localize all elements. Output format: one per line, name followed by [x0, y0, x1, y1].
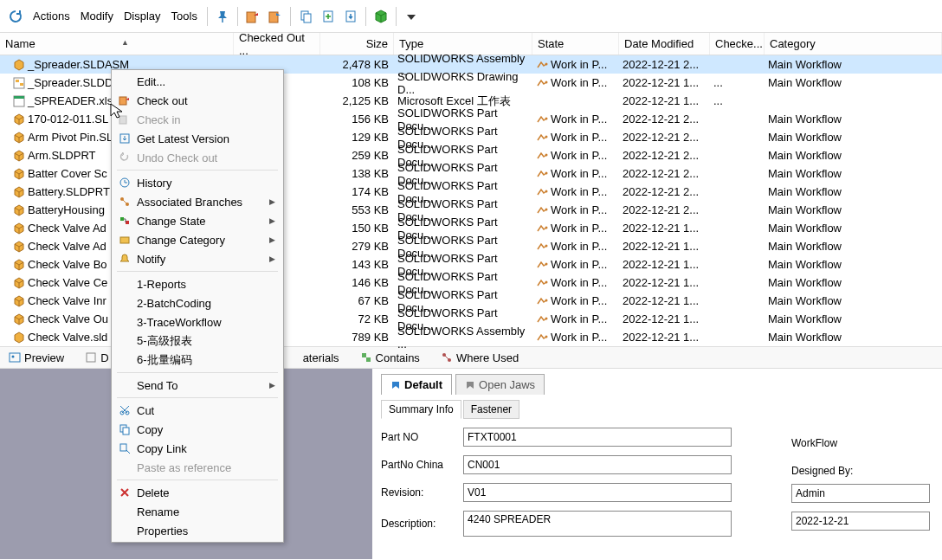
file-size: 156 KB: [320, 113, 394, 126]
file-category: Main Workflow: [765, 240, 942, 253]
file-size: 138 KB: [320, 167, 394, 180]
menu-check-out[interactable]: Check out: [112, 91, 283, 110]
pin-icon[interactable]: [212, 6, 233, 27]
col-header-checked-out[interactable]: Checked Out ...: [234, 33, 320, 55]
menu-history[interactable]: History: [112, 173, 283, 192]
menu-cut[interactable]: Cut: [112, 401, 283, 420]
refresh-icon[interactable]: [5, 6, 26, 27]
file-date: 2022-12-21 1...: [619, 76, 710, 89]
file-category: Main Workflow: [765, 113, 942, 126]
menu-copy[interactable]: Copy: [112, 420, 283, 439]
label-part-no-china: PartNo China: [381, 459, 463, 471]
input-designed-by[interactable]: [791, 484, 930, 503]
menu-associated-branches[interactable]: Associated Branches▶: [112, 192, 283, 211]
menu-get-latest[interactable]: Get Latest Version: [112, 129, 283, 148]
svg-point-27: [12, 356, 15, 358]
input-part-no-china[interactable]: [463, 455, 732, 474]
menu-copy-link[interactable]: Copy Link: [112, 439, 283, 458]
svg-rect-9: [20, 83, 23, 86]
menu-batch-coding[interactable]: 2-BatchCoding: [112, 293, 283, 312]
new-doc-icon[interactable]: [318, 6, 339, 27]
input-workflow-date[interactable]: [791, 512, 930, 531]
input-description[interactable]: 4240 SPREADER: [463, 511, 732, 537]
file-icon: [12, 167, 26, 181]
file-category: Main Workflow: [765, 167, 942, 180]
check-in-icon[interactable]: [265, 6, 286, 27]
menu-adv-reports[interactable]: 5-高级报表: [112, 331, 283, 351]
menu-change-state[interactable]: Change State▶: [112, 211, 283, 230]
menu-delete[interactable]: Delete: [112, 483, 283, 502]
file-type: SOLIDWORKS Assembly ...: [394, 325, 532, 351]
toolbar: ActionsModifyDisplayTools: [0, 0, 942, 33]
menu-check-in: Check in: [112, 110, 283, 129]
tab-where-used[interactable]: Where Used: [437, 350, 522, 366]
col-header-category[interactable]: Category: [765, 33, 942, 55]
svg-rect-34: [119, 116, 126, 124]
file-icon: [12, 58, 26, 72]
svg-rect-40: [126, 221, 129, 224]
file-state: Work in P...: [551, 258, 607, 271]
menu-tools[interactable]: Tools: [166, 10, 203, 23]
svg-point-13: [545, 117, 548, 119]
notify-icon: [115, 253, 134, 265]
file-name: _Spreader.SLDD: [28, 76, 113, 89]
file-state: Work in P...: [551, 240, 607, 253]
svg-point-23: [545, 299, 548, 301]
menu-trace-workflow[interactable]: 3-TraceWorkflow: [112, 312, 283, 331]
sectiontab-fastener[interactable]: Fastener: [463, 400, 519, 419]
file-state: Work in P...: [551, 312, 607, 325]
menu-send-to[interactable]: Send To▶: [112, 376, 283, 395]
file-size: 67 KB: [320, 294, 394, 307]
tab-contains[interactable]: Contains: [357, 350, 423, 366]
copy-link-icon: [115, 442, 134, 454]
col-header-size[interactable]: Size: [320, 33, 394, 55]
file-icon: [12, 294, 26, 308]
col-header-name[interactable]: Name: [0, 33, 234, 55]
svg-rect-8: [16, 80, 19, 82]
context-menu: Edit... Check out Check in Get Latest Ve…: [111, 69, 284, 543]
file-date: 2022-12-21 2...: [619, 203, 710, 216]
file-category: Main Workflow: [765, 185, 942, 198]
input-revision[interactable]: [463, 483, 732, 502]
tab-d[interactable]: D: [81, 350, 112, 366]
menu-modify[interactable]: Modify: [75, 10, 119, 23]
svg-point-14: [545, 135, 548, 138]
file-state: Work in P...: [551, 185, 607, 198]
subtab-default[interactable]: Default: [381, 374, 452, 395]
menu-display[interactable]: Display: [119, 10, 166, 23]
menu-change-category[interactable]: Change Category▶: [112, 230, 283, 249]
svg-point-17: [545, 190, 548, 192]
col-header-checke[interactable]: Checke...: [710, 33, 765, 55]
tab-materials[interactable]: aterials: [300, 350, 343, 366]
file-icon: [12, 276, 26, 290]
input-part-no[interactable]: [463, 428, 732, 447]
state-icon: [536, 313, 548, 325]
file-name: Battery.SLDPRT: [28, 185, 110, 198]
menu-reports[interactable]: 1-Reports: [112, 274, 283, 293]
dropdown-icon[interactable]: [401, 6, 422, 27]
file-icon: [12, 113, 26, 126]
menu-edit[interactable]: Edit...: [112, 72, 283, 91]
box-icon[interactable]: [371, 6, 391, 27]
col-header-date[interactable]: Date Modified: [619, 33, 710, 55]
copy-icon[interactable]: [295, 6, 316, 27]
tab-preview[interactable]: Preview: [5, 350, 68, 366]
doc-down-icon[interactable]: [340, 6, 361, 27]
subtab-open-jaws[interactable]: Open Jaws: [455, 374, 545, 395]
sectiontab-summary[interactable]: Summary Info: [381, 400, 461, 419]
file-name: Check Valve Ou: [28, 312, 108, 325]
file-date: 2022-12-21 1...: [619, 258, 710, 271]
col-header-state[interactable]: State: [532, 33, 619, 55]
menu-batch-code-cn[interactable]: 6-批量编码: [112, 351, 283, 370]
check-out-icon[interactable]: [242, 6, 263, 27]
file-name: 170-012-011.SL: [28, 113, 108, 126]
menu-actions[interactable]: Actions: [28, 10, 75, 23]
file-category: Main Workflow: [765, 203, 942, 216]
svg-rect-29: [362, 353, 366, 357]
menu-rename[interactable]: Rename: [112, 502, 283, 521]
menu-properties[interactable]: Properties: [112, 521, 283, 540]
menu-notify[interactable]: Notify▶: [112, 249, 283, 268]
file-date: 2022-12-21 1...: [619, 294, 710, 307]
file-date: 2022-12-21 2...: [619, 185, 710, 198]
get-latest-icon: [115, 132, 134, 145]
